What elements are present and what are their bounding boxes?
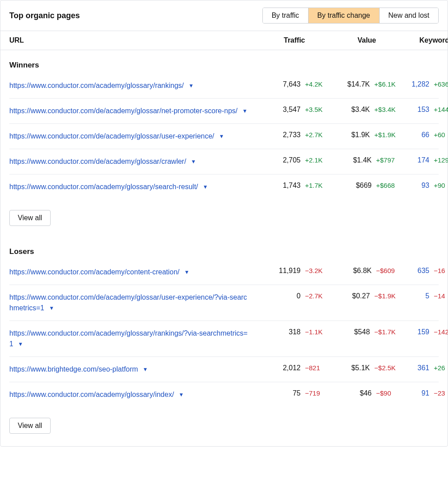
value-cell: $46−$90 bbox=[325, 389, 396, 397]
value-value: $669 bbox=[356, 182, 372, 190]
traffic-value: 7,643 bbox=[283, 80, 301, 88]
url-cell: https://www.conductor.com/academy/conten… bbox=[9, 267, 258, 277]
col-header-url[interactable]: URL bbox=[9, 36, 258, 44]
panel-title: Top organic pages bbox=[9, 11, 80, 20]
caret-down-icon[interactable]: ▼ bbox=[203, 183, 208, 191]
keywords-delta: +60 bbox=[434, 131, 448, 139]
value-delta: +$668 bbox=[376, 182, 396, 189]
traffic-value: 2,012 bbox=[283, 364, 301, 372]
value-value: $0.27 bbox=[352, 292, 370, 300]
page-url-link[interactable]: https://www.conductor.com/academy/glossa… bbox=[9, 391, 174, 398]
winners-section: Winners https://www.conductor.com/academ… bbox=[0, 50, 448, 238]
page-url-link[interactable]: https://www.conductor.com/de/academy/glo… bbox=[9, 107, 238, 115]
view-all-losers-button[interactable]: View all bbox=[9, 418, 51, 434]
winners-title: Winners bbox=[9, 61, 439, 70]
value-cell: $1.4K+$797 bbox=[325, 156, 396, 164]
traffic-value: 2,705 bbox=[283, 156, 301, 164]
table-row: https://www.conductor.com/de/academy/glo… bbox=[9, 123, 439, 149]
page-url-link[interactable]: https://www.conductor.com/de/academy/glo… bbox=[9, 293, 247, 312]
column-headers: URL Traffic Value Keywords bbox=[0, 31, 448, 50]
table-row: https://www.conductor.com/de/academy/glo… bbox=[9, 285, 439, 321]
keywords-value: 93 bbox=[421, 182, 429, 190]
value-value: $6.8K bbox=[353, 267, 372, 275]
traffic-cell: 2,733+2.7K bbox=[258, 131, 325, 139]
url-cell: https://www.conductor.com/de/academy/glo… bbox=[9, 106, 258, 116]
caret-down-icon[interactable]: ▼ bbox=[178, 391, 184, 399]
table-row: https://www.conductor.com/academy/glossa… bbox=[9, 174, 439, 199]
page-url-link[interactable]: https://www.brightedge.com/seo-platform bbox=[9, 365, 138, 373]
keywords-cell: 174+129 bbox=[396, 156, 448, 164]
keywords-value: 159 bbox=[417, 328, 429, 336]
page-url-link[interactable]: https://www.conductor.com/de/academy/glo… bbox=[9, 132, 214, 140]
losers-section: Losers https://www.conductor.com/academy… bbox=[0, 238, 448, 446]
col-header-keywords[interactable]: Keywords bbox=[396, 36, 448, 44]
traffic-value: 11,919 bbox=[279, 267, 301, 275]
traffic-value: 318 bbox=[289, 328, 301, 336]
value-delta: −$609 bbox=[376, 267, 396, 274]
panel-header: Top organic pages By trafficBy traffic c… bbox=[0, 0, 448, 31]
top-organic-pages-panel: Top organic pages By trafficBy traffic c… bbox=[0, 0, 448, 447]
view-all-winners-button[interactable]: View all bbox=[9, 210, 51, 226]
value-cell: $0.27−$1.9K bbox=[325, 292, 396, 300]
caret-down-icon[interactable]: ▼ bbox=[143, 365, 148, 373]
caret-down-icon[interactable]: ▼ bbox=[18, 340, 23, 348]
caret-down-icon[interactable]: ▼ bbox=[49, 304, 54, 312]
table-row: https://www.conductor.com/de/academy/glo… bbox=[9, 98, 439, 123]
value-cell: $14.7K+$6.1K bbox=[325, 80, 396, 88]
losers-rows: https://www.conductor.com/academy/conten… bbox=[9, 265, 439, 407]
page-url-link[interactable]: https://www.conductor.com/academy/glossa… bbox=[9, 183, 198, 190]
view-tabs: By trafficBy traffic changeNew and lost bbox=[262, 8, 439, 24]
url-cell: https://www.conductor.com/academy/glossa… bbox=[9, 328, 258, 349]
url-cell: https://www.brightedge.com/seo-platform … bbox=[9, 364, 258, 375]
traffic-cell: 7,643+4.2K bbox=[258, 80, 325, 88]
traffic-value: 75 bbox=[293, 389, 301, 397]
table-row: https://www.conductor.com/academy/glossa… bbox=[9, 321, 439, 356]
value-value: $3.4K bbox=[351, 106, 370, 114]
page-url-link[interactable]: https://www.conductor.com/de/academy/glo… bbox=[9, 158, 186, 165]
traffic-cell: 318−1.1K bbox=[258, 328, 325, 336]
url-cell: https://www.conductor.com/academy/glossa… bbox=[9, 389, 258, 400]
keywords-cell: 361+26 bbox=[396, 364, 448, 372]
keywords-value: 361 bbox=[417, 364, 429, 372]
tab-by-traffic[interactable]: By traffic bbox=[263, 8, 308, 23]
keywords-delta: +26 bbox=[434, 364, 448, 372]
traffic-delta: −2.7K bbox=[305, 292, 325, 300]
traffic-delta: −1.1K bbox=[305, 328, 325, 336]
traffic-cell: 1,743+1.7K bbox=[258, 182, 325, 190]
traffic-delta: −3.2K bbox=[305, 267, 325, 274]
traffic-cell: 11,919−3.2K bbox=[258, 267, 325, 275]
value-cell: $548−$1.7K bbox=[325, 328, 396, 336]
caret-down-icon[interactable]: ▼ bbox=[184, 268, 190, 276]
url-cell: https://www.conductor.com/academy/glossa… bbox=[9, 182, 258, 192]
value-value: $46 bbox=[360, 389, 372, 397]
traffic-value: 2,733 bbox=[283, 131, 301, 139]
page-url-link[interactable]: https://www.conductor.com/academy/glossa… bbox=[9, 82, 184, 89]
keywords-delta: −142 bbox=[434, 328, 448, 336]
value-cell: $669+$668 bbox=[325, 182, 396, 190]
url-cell: https://www.conductor.com/academy/glossa… bbox=[9, 80, 258, 91]
value-cell: $1.9K+$1.9K bbox=[325, 131, 396, 139]
traffic-delta: +2.7K bbox=[305, 131, 325, 139]
url-cell: https://www.conductor.com/de/academy/glo… bbox=[9, 131, 258, 142]
keywords-cell: 153+144 bbox=[396, 106, 448, 114]
keywords-value: 5 bbox=[425, 292, 429, 300]
page-url-link[interactable]: https://www.conductor.com/academy/glossa… bbox=[9, 329, 248, 348]
keywords-cell: 66+60 bbox=[396, 131, 448, 139]
page-url-link[interactable]: https://www.conductor.com/academy/conten… bbox=[9, 268, 179, 276]
col-header-traffic[interactable]: Traffic bbox=[258, 36, 325, 44]
table-row: https://www.brightedge.com/seo-platform … bbox=[9, 356, 439, 382]
value-delta: +$6.1K bbox=[374, 80, 396, 88]
traffic-cell: 2,012−821 bbox=[258, 364, 325, 372]
caret-down-icon[interactable]: ▼ bbox=[242, 107, 247, 115]
keywords-cell: 5−14 bbox=[396, 292, 448, 300]
traffic-cell: 2,705+2.1K bbox=[258, 156, 325, 164]
caret-down-icon[interactable]: ▼ bbox=[191, 158, 196, 166]
value-cell: $5.1K−$2.5K bbox=[325, 364, 396, 372]
caret-down-icon[interactable]: ▼ bbox=[189, 82, 194, 90]
caret-down-icon[interactable]: ▼ bbox=[219, 132, 224, 140]
traffic-delta: −821 bbox=[305, 364, 325, 372]
keywords-cell: 159−142 bbox=[396, 328, 448, 336]
tab-by-traffic-change[interactable]: By traffic change bbox=[308, 8, 379, 23]
col-header-value[interactable]: Value bbox=[325, 36, 396, 44]
tab-new-and-lost[interactable]: New and lost bbox=[379, 8, 439, 23]
